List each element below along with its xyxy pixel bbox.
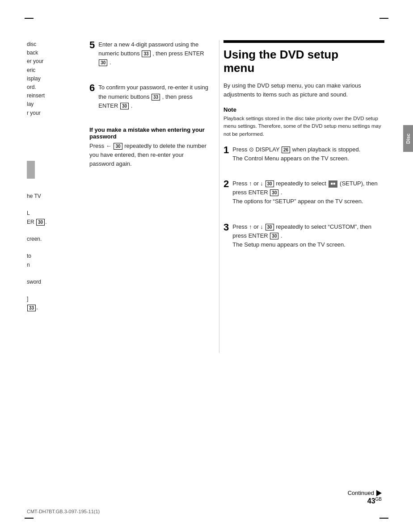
corner-mark-bl: [25, 518, 34, 519]
column-divider: [219, 40, 219, 353]
step-6-content: To confirm your password, re-enter it us…: [98, 83, 210, 110]
btn-33-step6: 33: [152, 94, 160, 101]
step-5-text3: .: [110, 59, 111, 66]
step2-text2: repeatedly to select: [276, 180, 328, 187]
btn-30-step6: 30: [120, 103, 129, 109]
continued-label: Continued: [348, 490, 374, 496]
step2-text4: .: [281, 189, 282, 196]
step-5-content: Enter a new 4-digit password using the n…: [98, 40, 210, 67]
continued-indicator: Continued: [348, 490, 382, 496]
btn-30-step3: 30: [266, 224, 274, 230]
step-5: 5 Enter a new 4-digit password using the…: [89, 40, 210, 75]
step2-body: The options for “SETUP” appear on the TV…: [232, 198, 363, 205]
btn-30-step2: 30: [266, 180, 274, 187]
note-text: Playback settings stored in the disc tak…: [223, 115, 384, 138]
step1-text2: when playback is stopped.: [292, 146, 360, 153]
btn-33-step5: 33: [142, 50, 150, 57]
step2-text1: Press ↑ or ↓: [232, 180, 265, 187]
step3-text3: .: [281, 232, 282, 239]
section-title-line2: menu: [223, 62, 384, 75]
right-step-3-content: Press ↑ or ↓ 30 repeatedly to select “CU…: [232, 222, 384, 249]
gray-box-left: [27, 161, 35, 179]
right-column: Using the DVD setup menu By using the DV…: [223, 40, 384, 265]
left-col-bottom-text: he TV L ER 30. creen. to n sword ] 33,: [27, 192, 85, 312]
left-col-text: disc back er your eric isplay ord. reins…: [27, 40, 85, 117]
left-partial-text: disc back er your eric isplay ord. reins…: [27, 40, 85, 117]
btn-26-step1: 26: [282, 147, 290, 153]
step-5-number: 5: [89, 40, 95, 50]
mistake-body: Press ← 30 repeatedly to delete the numb…: [89, 142, 210, 168]
right-step-3-number: 3: [223, 222, 229, 232]
corner-mark-tr: [379, 18, 388, 19]
mistake-section: If you make a mistake when entering your…: [89, 126, 210, 176]
section-body: By using the DVD setup menu, you can mak…: [223, 81, 384, 99]
page-num-suffix: GB: [375, 497, 382, 502]
btn-30-step5: 30: [99, 59, 107, 66]
step3-body: The Setup menu appears on the TV screen.: [232, 241, 346, 248]
step1-text1: Press ⊙ DISPLAY: [232, 146, 281, 153]
section-title-bar: [223, 40, 384, 43]
page-num-value: 43: [367, 497, 375, 505]
continued-arrow-icon: [376, 490, 382, 496]
btn-30-step3b: 30: [270, 233, 278, 239]
mistake-press: Press ←: [89, 142, 113, 149]
step-6: 6 To confirm your password, re-enter it …: [89, 83, 210, 118]
section-title-line1: Using the DVD setup: [223, 48, 384, 62]
page-number: 43GB: [367, 497, 382, 505]
step-5-text2: , then press ENTER: [152, 50, 204, 57]
footer-model: CMT-DH7BT.GB.3-097-195-11(1): [27, 509, 100, 514]
btn-33-ref-left: 33: [27, 305, 36, 311]
right-step-1-content: Press ⊙ DISPLAY 26 when playback is stop…: [232, 145, 384, 163]
corner-mark-tl: [25, 18, 34, 19]
right-step-3: 3 Press ↑ or ↓ 30 repeatedly to select “…: [223, 222, 384, 257]
right-step-2-content: Press ↑ or ↓ 30 repeatedly to select ■■ …: [232, 179, 384, 206]
btn-30-step2b: 30: [270, 189, 278, 196]
btn-30-ref: 30: [36, 219, 45, 226]
step1-body: The Control Menu appears on the TV scree…: [232, 155, 349, 162]
page: Disc disc back er your eric isplay ord. …: [0, 0, 413, 532]
step-6-text3: .: [131, 102, 133, 109]
mistake-heading: If you make a mistake when entering your…: [89, 126, 210, 140]
btn-30-mistake: 30: [114, 143, 122, 150]
step3-text1: Press ↑ or ↓: [232, 223, 265, 230]
note-label: Note: [223, 106, 384, 113]
setup-icon: ■■: [329, 180, 338, 188]
right-step-1: 1 Press ⊙ DISPLAY 26 when playback is st…: [223, 145, 384, 171]
right-step-2-number: 2: [223, 179, 229, 189]
disc-tab: Disc: [403, 125, 413, 152]
disc-tab-label: Disc: [405, 133, 411, 143]
corner-mark-br: [379, 518, 388, 519]
mid-column: 5 Enter a new 4-digit password using the…: [89, 40, 210, 184]
right-step-1-number: 1: [223, 145, 229, 155]
step-6-number: 6: [89, 83, 95, 93]
section-title: Using the DVD setup menu: [223, 48, 384, 75]
right-step-2: 2 Press ↑ or ↓ 30 repeatedly to select ■…: [223, 179, 384, 214]
